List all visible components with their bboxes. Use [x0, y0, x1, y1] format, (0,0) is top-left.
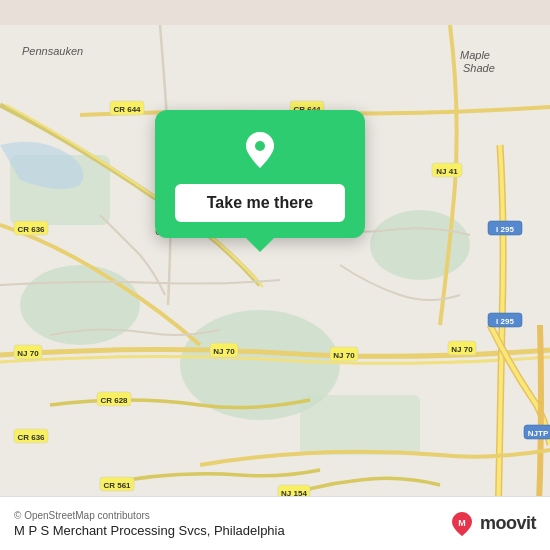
moovit-text: moovit	[480, 513, 536, 534]
svg-text:CR 636: CR 636	[17, 433, 45, 442]
svg-text:Pennsauken: Pennsauken	[22, 45, 83, 57]
svg-text:Shade: Shade	[463, 62, 495, 74]
location-name: M P S Merchant Processing Svcs, Philadel…	[14, 523, 285, 538]
svg-text:NJ 70: NJ 70	[17, 349, 39, 358]
bottom-info: © OpenStreetMap contributors M P S Merch…	[14, 510, 285, 538]
svg-text:NJ 70: NJ 70	[333, 351, 355, 360]
bottom-bar: © OpenStreetMap contributors M P S Merch…	[0, 496, 550, 550]
svg-text:CR 561: CR 561	[103, 481, 131, 490]
svg-text:CR 644: CR 644	[113, 105, 141, 114]
popup-card: Take me there	[155, 110, 365, 238]
svg-text:I 295: I 295	[496, 225, 514, 234]
svg-text:Maple: Maple	[460, 49, 490, 61]
svg-text:CR 636: CR 636	[17, 225, 45, 234]
take-me-there-button[interactable]: Take me there	[175, 184, 345, 222]
svg-text:NJTP: NJTP	[528, 429, 549, 438]
svg-text:NJ 41: NJ 41	[436, 167, 458, 176]
svg-text:M: M	[458, 518, 466, 528]
svg-text:NJ 70: NJ 70	[451, 345, 473, 354]
svg-text:CR 628: CR 628	[100, 396, 128, 405]
osm-attribution: © OpenStreetMap contributors	[14, 510, 285, 521]
svg-text:NJ 70: NJ 70	[213, 347, 235, 356]
svg-point-41	[255, 141, 265, 151]
svg-point-1	[20, 265, 140, 345]
svg-rect-5	[300, 395, 420, 455]
moovit-icon: M	[448, 510, 476, 538]
moovit-logo: M moovit	[448, 510, 536, 538]
svg-point-3	[370, 210, 470, 280]
map-container: CR 644 CR 644 CR 636 CR 636 NJ 41 NJ 70 …	[0, 0, 550, 550]
svg-text:I 295: I 295	[496, 317, 514, 326]
location-pin-icon	[238, 128, 282, 172]
map-background: CR 644 CR 644 CR 636 CR 636 NJ 41 NJ 70 …	[0, 0, 550, 550]
